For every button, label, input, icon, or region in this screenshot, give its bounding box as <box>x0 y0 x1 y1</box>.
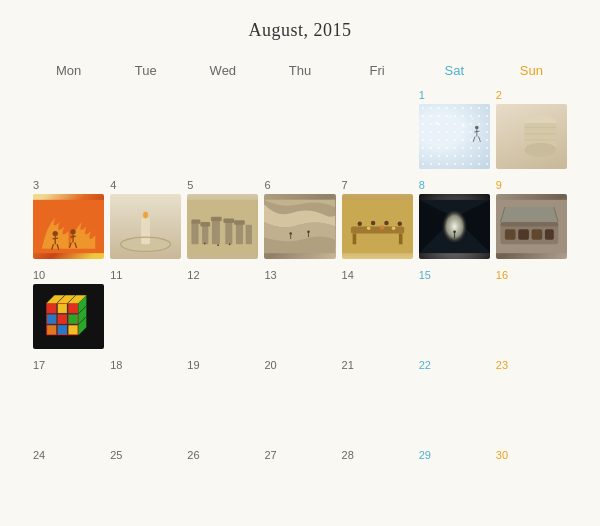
day-num-18: 18 <box>110 359 181 371</box>
svg-rect-40 <box>236 223 243 244</box>
svg-point-63 <box>441 209 468 245</box>
day-28: 28 <box>339 446 416 526</box>
day-16: 16 <box>493 266 570 356</box>
svg-point-60 <box>379 225 383 229</box>
day-num-30: 30 <box>496 449 567 461</box>
svg-point-1 <box>449 116 451 118</box>
day-num-14: 14 <box>342 269 413 281</box>
calendar-grid: Mon Tue Wed Thu Fri Sat Sun 1 2 <box>30 59 570 526</box>
svg-point-58 <box>397 222 401 226</box>
day-num-27: 27 <box>264 449 335 461</box>
header-tue: Tue <box>107 59 184 86</box>
day-num-2: 2 <box>496 89 567 101</box>
day-num-26: 26 <box>187 449 258 461</box>
svg-rect-68 <box>500 222 558 226</box>
svg-rect-33 <box>192 219 201 223</box>
svg-rect-71 <box>531 229 542 240</box>
header-sat: Sat <box>416 59 493 86</box>
day-num-15: 15 <box>419 269 490 281</box>
svg-point-49 <box>308 231 311 234</box>
svg-point-57 <box>384 221 388 225</box>
day-num-1: 1 <box>419 89 490 101</box>
day-10[interactable]: 10 <box>30 266 107 356</box>
svg-rect-80 <box>47 304 56 313</box>
svg-point-2 <box>462 124 465 127</box>
svg-rect-86 <box>47 325 56 334</box>
day-11: 11 <box>107 266 184 356</box>
calendar-title: August, 2015 <box>30 20 570 41</box>
svg-rect-70 <box>518 229 529 240</box>
day-30: 30 <box>493 446 570 526</box>
svg-point-61 <box>391 227 395 231</box>
day-24: 24 <box>30 446 107 526</box>
svg-rect-81 <box>58 304 67 313</box>
day-2[interactable]: 2 <box>493 86 570 176</box>
day-image-8 <box>419 194 490 259</box>
header-thu: Thu <box>261 59 338 86</box>
svg-line-7 <box>473 137 475 142</box>
day-num-22: 22 <box>419 359 490 371</box>
day-3[interactable]: 3 <box>30 176 107 266</box>
day-num-17: 17 <box>33 359 104 371</box>
day-14: 14 <box>339 266 416 356</box>
day-num-9: 9 <box>496 179 567 191</box>
svg-point-43 <box>204 243 206 245</box>
header-wed: Wed <box>184 59 261 86</box>
svg-point-4 <box>475 126 479 130</box>
svg-rect-53 <box>352 234 356 245</box>
day-num-11: 11 <box>110 269 181 281</box>
day-num-25: 25 <box>110 449 181 461</box>
day-image-7 <box>342 194 413 259</box>
svg-rect-41 <box>234 220 245 224</box>
svg-point-64 <box>453 231 456 234</box>
day-4[interactable]: 4 <box>107 176 184 266</box>
header-sun: Sun <box>493 59 570 86</box>
day-8[interactable]: 8 <box>416 176 493 266</box>
day-25: 25 <box>107 446 184 526</box>
day-26: 26 <box>184 446 261 526</box>
svg-rect-83 <box>47 315 56 324</box>
day-18: 18 <box>107 356 184 446</box>
svg-rect-54 <box>398 234 402 245</box>
svg-rect-27 <box>141 218 150 245</box>
svg-rect-87 <box>58 325 67 334</box>
svg-point-44 <box>218 244 220 246</box>
day-num-21: 21 <box>342 359 413 371</box>
day-17: 17 <box>30 356 107 446</box>
svg-rect-88 <box>69 325 78 334</box>
day-num-19: 19 <box>187 359 258 371</box>
day-num-8: 8 <box>419 179 490 191</box>
day-image-6 <box>264 194 335 259</box>
day-6[interactable]: 6 <box>261 176 338 266</box>
day-image-9 <box>496 194 567 259</box>
day-num-23: 23 <box>496 359 567 371</box>
day-23: 23 <box>493 356 570 446</box>
svg-point-55 <box>357 222 361 226</box>
svg-rect-84 <box>58 315 67 324</box>
day-empty-3 <box>184 86 261 176</box>
day-9[interactable]: 9 <box>493 176 570 266</box>
day-num-6: 6 <box>264 179 335 191</box>
svg-point-21 <box>70 229 75 234</box>
header-fri: Fri <box>339 59 416 86</box>
svg-point-3 <box>471 118 473 120</box>
day-empty-4 <box>261 86 338 176</box>
day-29: 29 <box>416 446 493 526</box>
svg-point-0 <box>435 122 438 125</box>
day-image-5 <box>187 194 258 259</box>
day-19: 19 <box>184 356 261 446</box>
day-1[interactable]: 1 <box>416 86 493 176</box>
svg-line-6 <box>474 131 479 132</box>
day-num-7: 7 <box>342 179 413 191</box>
day-image-4 <box>110 194 181 259</box>
svg-rect-34 <box>202 225 208 245</box>
svg-line-8 <box>478 137 480 142</box>
day-5[interactable]: 5 <box>184 176 261 266</box>
day-num-24: 24 <box>33 449 104 461</box>
day-empty-5 <box>339 86 416 176</box>
day-20: 20 <box>261 356 338 446</box>
svg-point-56 <box>370 221 374 225</box>
svg-rect-52 <box>350 227 403 234</box>
day-num-3: 3 <box>33 179 104 191</box>
day-7[interactable]: 7 <box>339 176 416 266</box>
